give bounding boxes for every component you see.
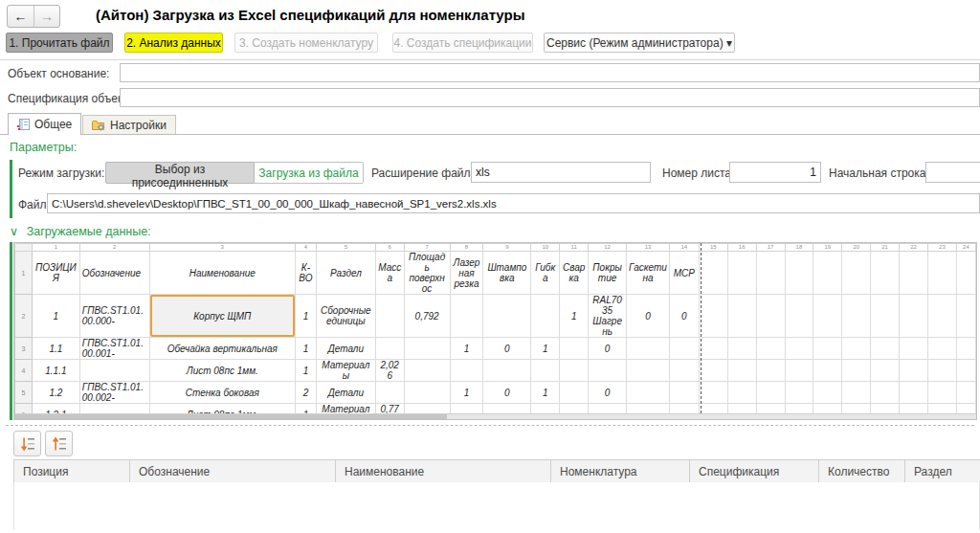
grid-column-number[interactable]: 3 (149, 244, 295, 252)
grid-cell[interactable] (531, 360, 560, 382)
grid-cell[interactable] (699, 252, 727, 295)
grid-header-cell[interactable]: Площадь поверхнос (404, 252, 450, 295)
grid-header-cell[interactable]: ПОЗИЦИЯ (32, 252, 79, 295)
grid-cell[interactable]: 0,792 (404, 295, 450, 338)
grid-cell[interactable] (375, 382, 404, 404)
grid-cell[interactable] (450, 360, 483, 382)
grid-cell[interactable] (927, 382, 956, 404)
grid-header-cell[interactable]: Гаскетина (627, 252, 670, 295)
grid-cell[interactable] (842, 338, 871, 360)
result-table-header-2[interactable]: Обозначение (130, 460, 336, 483)
grid-cell[interactable] (785, 360, 813, 382)
grid-column-number[interactable]: 13 (627, 244, 670, 252)
grid-row-number[interactable]: 1 (15, 252, 33, 295)
grid-cell[interactable] (785, 382, 813, 404)
grid-row-number[interactable]: 2 (15, 295, 33, 338)
scrollbar-thumb[interactable] (14, 414, 447, 419)
grid-cell[interactable] (900, 295, 928, 338)
grid-cell[interactable] (404, 360, 450, 382)
grid-cell[interactable] (560, 382, 589, 404)
sheet-number-input[interactable] (729, 162, 821, 183)
grid-column-number[interactable]: 19 (813, 244, 842, 252)
grid-header-cell[interactable]: Раздел (316, 252, 375, 295)
grid-cell[interactable]: 1 (296, 360, 317, 382)
fill-up-button[interactable] (45, 431, 73, 456)
grid-cell[interactable] (727, 360, 756, 382)
grid-header-cell[interactable]: Покрытие (589, 252, 627, 295)
grid-column-number[interactable]: 5 (316, 244, 375, 252)
grid-cell[interactable]: Лист 08пс 1мм. (149, 360, 295, 382)
grid-column-number[interactable]: 7 (404, 244, 450, 252)
grid-cell[interactable]: Корпус ЩМП (149, 295, 295, 338)
grid-corner-cell[interactable] (15, 244, 33, 252)
grid-cell[interactable] (450, 295, 483, 338)
grid-cell[interactable] (956, 382, 975, 404)
grid-cell[interactable] (560, 360, 589, 382)
grid-cell[interactable]: Детали (316, 338, 375, 360)
grid-cell[interactable]: 2 (296, 382, 317, 404)
grid-cell[interactable] (79, 360, 149, 382)
grid-cell[interactable] (756, 338, 785, 360)
grid-cell[interactable] (956, 295, 975, 338)
grid-cell[interactable]: 1 (560, 295, 589, 338)
grid-column-number[interactable]: 4 (296, 244, 317, 252)
grid-cell[interactable] (727, 295, 756, 338)
grid-cell[interactable]: 1 (296, 295, 317, 338)
grid-cell[interactable] (871, 338, 900, 360)
grid-column-number[interactable]: 24 (956, 244, 975, 252)
grid-cell[interactable] (404, 338, 450, 360)
grid-cell[interactable] (813, 252, 842, 295)
grid-cell[interactable] (669, 338, 699, 360)
grid-cell[interactable]: 1 (450, 338, 483, 360)
grid-cell[interactable] (842, 295, 871, 338)
grid-header-cell[interactable]: Обозначение (79, 252, 149, 295)
grid-column-number[interactable]: 16 (727, 244, 756, 252)
grid-cell[interactable] (900, 252, 928, 295)
grid-cell[interactable] (727, 382, 756, 404)
grid-row-number[interactable]: 3 (15, 338, 33, 360)
base-object-input[interactable] (120, 63, 980, 82)
grid-cell[interactable] (813, 338, 842, 360)
start-row-input[interactable] (925, 162, 980, 183)
grid-cell[interactable]: 1 (450, 382, 483, 404)
grid-column-number[interactable]: 23 (927, 244, 956, 252)
grid-column-number[interactable]: 12 (589, 244, 627, 252)
grid-cell[interactable] (560, 338, 589, 360)
grid-cell[interactable]: Стенка боковая (149, 382, 295, 404)
analyze-data-button[interactable]: 2. Анализ данных (124, 33, 223, 53)
result-table-header-6[interactable]: Количество (819, 460, 905, 483)
grid-cell[interactable]: 2,026 (375, 360, 404, 382)
grid-cell[interactable]: RAL7035 Шагрень (589, 295, 627, 338)
back-icon[interactable]: ← (8, 6, 33, 27)
grid-column-number[interactable]: 9 (483, 244, 531, 252)
grid-cell[interactable] (531, 295, 560, 338)
grid-cell[interactable] (627, 382, 670, 404)
result-table-header-3[interactable]: Наименование (336, 460, 551, 483)
grid-cell[interactable] (900, 382, 928, 404)
grid-cell[interactable]: ГПВС.ST1.01.00.002- (79, 382, 149, 404)
grid-column-number[interactable]: 11 (560, 244, 589, 252)
grid-header-cell[interactable]: Гибка (531, 252, 560, 295)
grid-cell[interactable]: 0 (589, 338, 627, 360)
grid-column-number[interactable]: 17 (756, 244, 785, 252)
grid-header-cell[interactable]: Штамповка (483, 252, 531, 295)
grid-cell[interactable] (927, 338, 956, 360)
grid-horizontal-scrollbar[interactable] (14, 413, 976, 419)
grid-cell[interactable] (699, 382, 727, 404)
grid-cell[interactable] (669, 360, 699, 382)
grid-cell[interactable] (627, 338, 670, 360)
grid-cell[interactable]: 0 (627, 295, 670, 338)
grid-cell[interactable] (756, 295, 785, 338)
tab-settings[interactable]: Настройки (82, 115, 176, 135)
grid-cell[interactable] (956, 338, 975, 360)
grid-cell[interactable] (871, 295, 900, 338)
grid-cell[interactable]: Детали (316, 382, 375, 404)
grid-cell[interactable] (756, 252, 785, 295)
grid-cell[interactable]: ГПВС.ST1.01.00.001- (79, 338, 149, 360)
grid-cell[interactable] (956, 252, 975, 295)
grid-cell[interactable] (727, 338, 756, 360)
grid-row-number[interactable]: 4 (15, 360, 33, 382)
grid-column-number[interactable]: 14 (669, 244, 699, 252)
grid-cell[interactable]: 1.1 (32, 338, 79, 360)
grid-column-number[interactable]: 1 (32, 244, 79, 252)
